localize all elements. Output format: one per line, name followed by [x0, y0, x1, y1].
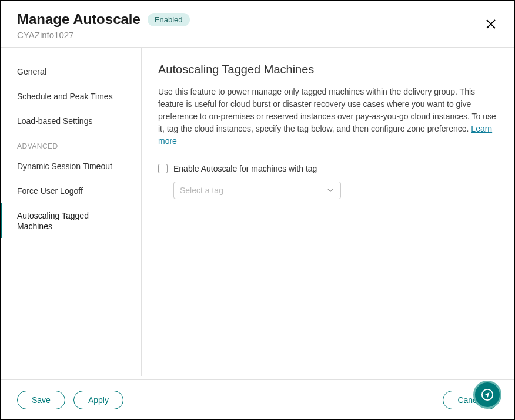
chevron-down-icon	[326, 186, 335, 194]
sidebar-item-schedule[interactable]: Schedule and Peak Times	[1, 84, 141, 109]
dialog-header: Manage Autoscale Enabled CYAZinfo1027	[1, 1, 514, 48]
enable-autoscale-label: Enable Autoscale for machines with tag	[173, 164, 317, 173]
sidebar-item-label: Force User Logoff	[17, 186, 83, 196]
sidebar-item-label: Load-based Settings	[17, 116, 92, 126]
content-panel: Autoscaling Tagged Machines Use this fea…	[142, 48, 514, 376]
sidebar-item-label: General	[17, 67, 46, 76]
sidebar-item-force-logoff[interactable]: Force User Logoff	[1, 179, 141, 203]
content-title: Autoscaling Tagged Machines	[158, 63, 498, 76]
help-fab[interactable]	[473, 381, 501, 409]
status-badge: Enabled	[148, 13, 190, 26]
description-text: Use this feature to power manage only ta…	[158, 87, 496, 133]
dialog-footer: Save Apply Cancel	[1, 379, 514, 419]
navigate-icon	[481, 388, 494, 401]
tag-select-placeholder: Select a tag	[180, 186, 223, 195]
sidebar-item-dynamic-timeout[interactable]: Dynamic Session Timeout	[1, 154, 141, 179]
tag-select[interactable]: Select a tag	[173, 182, 341, 199]
sidebar-item-autoscaling-tagged[interactable]: Autoscaling Tagged Machines	[1, 203, 141, 238]
sidebar-item-label: Autoscaling Tagged Machines	[17, 211, 89, 231]
save-button[interactable]: Save	[17, 391, 65, 409]
sidebar-item-label: Schedule and Peak Times	[17, 92, 113, 101]
page-title: Manage Autoscale	[17, 11, 141, 28]
sidebar-item-general[interactable]: General	[1, 59, 141, 84]
sidebar-section-advanced: ADVANCED	[1, 134, 141, 154]
close-icon	[485, 18, 497, 30]
sidebar-item-load-settings[interactable]: Load-based Settings	[1, 109, 141, 133]
page-subtitle: CYAZinfo1027	[17, 30, 498, 40]
close-button[interactable]	[484, 17, 498, 31]
main-content: General Schedule and Peak Times Load-bas…	[1, 48, 514, 376]
sidebar-item-label: Dynamic Session Timeout	[17, 162, 112, 171]
content-description: Use this feature to power manage only ta…	[158, 86, 498, 147]
apply-button[interactable]: Apply	[73, 391, 123, 409]
sidebar: General Schedule and Peak Times Load-bas…	[1, 48, 142, 376]
enable-autoscale-row: Enable Autoscale for machines with tag	[158, 164, 498, 173]
enable-autoscale-checkbox[interactable]	[158, 164, 168, 173]
